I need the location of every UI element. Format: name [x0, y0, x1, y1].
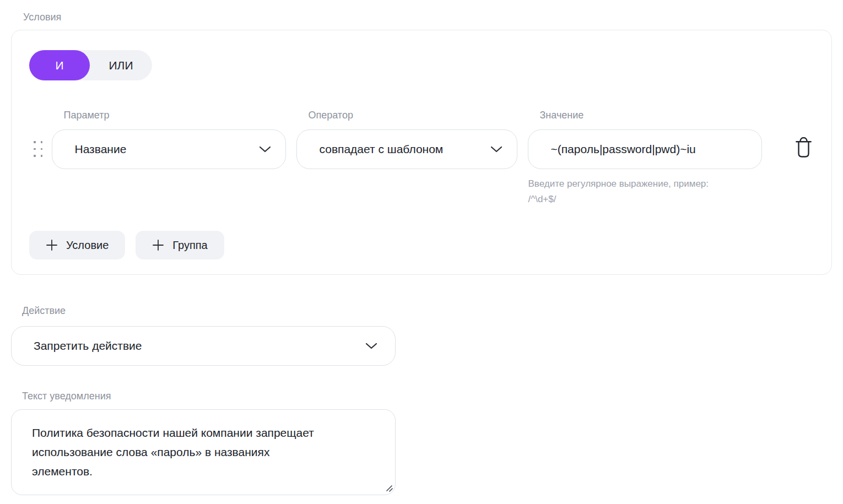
add-condition-label: Условие	[66, 239, 109, 252]
parameter-selected-value: Название	[74, 143, 126, 156]
resize-grip-icon[interactable]	[385, 484, 393, 492]
conditions-panel: И ИЛИ Параметр Название Оператор сов	[11, 30, 832, 275]
chevron-down-icon	[365, 343, 377, 349]
trash-icon	[795, 137, 813, 159]
parameter-select[interactable]: Название	[52, 129, 286, 169]
add-group-label: Группа	[172, 239, 207, 252]
plus-icon	[152, 239, 164, 251]
action-selected-value: Запретить действие	[34, 339, 142, 353]
value-hint-line1: Введите регулярное выражение, пример:	[528, 176, 762, 192]
value-field-group: Значение Введите регулярное выражение, п…	[528, 109, 762, 207]
add-buttons-row: Условие Группа	[29, 231, 814, 259]
notification-textarea-wrap	[11, 409, 396, 495]
value-hint-line2: /^\d+$/	[528, 192, 762, 207]
notification-section-label: Текст уведомления	[22, 390, 843, 402]
operator-selected-value: совпадает с шаблоном	[319, 143, 443, 156]
conditions-section-label: Условия	[23, 11, 843, 23]
condition-row: Параметр Название Оператор совпадает с ш…	[29, 109, 814, 207]
toggle-and[interactable]: И	[29, 50, 90, 80]
action-section-label: Действие	[22, 305, 843, 317]
value-label: Значение	[539, 109, 762, 121]
parameter-label: Параметр	[63, 109, 286, 121]
operator-select[interactable]: совпадает с шаблоном	[296, 129, 517, 169]
drag-handle[interactable]	[29, 109, 52, 157]
parameter-field-group: Параметр Название	[52, 109, 286, 169]
add-condition-button[interactable]: Условие	[29, 231, 125, 259]
operator-label: Оператор	[308, 109, 517, 121]
value-input[interactable]	[550, 130, 750, 169]
notification-textarea[interactable]	[11, 409, 396, 495]
delete-condition-button[interactable]	[793, 136, 814, 160]
operator-field-group: Оператор совпадает с шаблоном	[296, 109, 517, 169]
value-hint: Введите регулярное выражение, пример: /^…	[528, 176, 762, 207]
drag-handle-icon	[34, 141, 42, 157]
value-field	[528, 129, 762, 169]
action-select[interactable]: Запретить действие	[11, 326, 396, 366]
chevron-down-icon	[259, 146, 271, 153]
add-group-button[interactable]: Группа	[136, 231, 224, 259]
logic-toggle-group: И ИЛИ	[29, 50, 152, 80]
chevron-down-icon	[490, 146, 502, 153]
toggle-or[interactable]: ИЛИ	[90, 50, 152, 80]
plus-icon	[46, 239, 58, 251]
